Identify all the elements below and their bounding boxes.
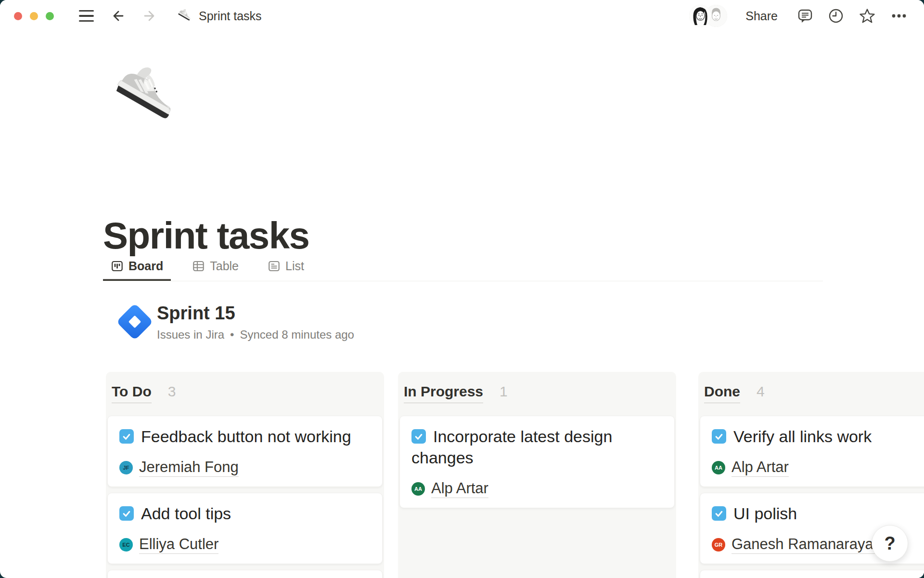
more-options-icon[interactable]: [890, 7, 908, 25]
assignee-name[interactable]: Alp Artar: [431, 480, 488, 498]
page-title[interactable]: Sprint tasks: [103, 214, 309, 258]
jira-logo-icon: [113, 300, 157, 344]
updates-clock-icon[interactable]: [828, 8, 844, 24]
column-header: To Do 3: [106, 372, 384, 403]
assignee-name[interactable]: Alp Artar: [732, 459, 789, 477]
assignee-avatar: EC: [119, 538, 133, 552]
linked-database-header: Sprint 15 Issues in Jira • Synced 8 minu…: [113, 300, 354, 344]
task-card[interactable]: Incorporate latest design changes AA Alp…: [399, 416, 675, 508]
task-checkbox[interactable]: [712, 506, 726, 521]
tab-board[interactable]: Board: [103, 259, 171, 281]
board-view-icon: [111, 260, 124, 273]
column-name[interactable]: To Do: [112, 383, 152, 403]
task-card-partial[interactable]: [107, 570, 383, 578]
assignee-avatar: AA: [712, 461, 725, 474]
sneaker-page-icon: [176, 7, 193, 25]
view-tabs: Board Table List: [103, 259, 823, 281]
favorite-star-icon[interactable]: [859, 7, 876, 25]
task-checkbox[interactable]: [411, 429, 426, 444]
collaborator-avatars[interactable]: [689, 5, 727, 27]
app-window: Sprint tasks: [0, 0, 924, 578]
comments-icon[interactable]: [797, 8, 813, 24]
sidebar-menu-icon[interactable]: [79, 10, 94, 22]
linked-database-title[interactable]: Sprint 15: [157, 302, 354, 324]
task-title: Incorporate latest design changes: [411, 427, 612, 467]
task-card-partial[interactable]: [700, 570, 924, 578]
breadcrumb-page-title[interactable]: Sprint tasks: [199, 9, 262, 23]
board-column-todo: To Do 3 Feedback button not working JF J…: [106, 372, 384, 578]
tab-board-label: Board: [128, 259, 163, 273]
task-checkbox[interactable]: [119, 506, 134, 521]
assignee-name[interactable]: Elliya Cutler: [139, 536, 218, 554]
tab-table[interactable]: Table: [184, 259, 246, 281]
column-name[interactable]: Done: [704, 383, 740, 403]
task-title: UI polish: [733, 504, 797, 523]
forward-arrow-icon[interactable]: [142, 8, 157, 24]
assignee-avatar: GR: [712, 538, 725, 552]
column-count: 1: [500, 383, 508, 400]
tab-list-label: List: [285, 259, 304, 273]
assignee-row: AA Alp Artar: [712, 459, 924, 477]
task-title: Verify all links work: [733, 427, 872, 446]
close-window-button[interactable]: [14, 12, 22, 20]
page-emoji-sneaker-icon[interactable]: [105, 59, 183, 142]
assignee-avatar: AA: [411, 482, 425, 496]
collaborator-avatar-1[interactable]: [689, 5, 711, 27]
minimize-window-button[interactable]: [30, 12, 38, 20]
task-card[interactable]: Verify all links work AA Alp Artar: [700, 416, 924, 487]
assignee-row: AA Alp Artar: [411, 480, 663, 498]
table-view-icon: [192, 260, 205, 273]
task-card[interactable]: Feedback button not working JF Jeremiah …: [107, 416, 383, 487]
column-count: 3: [168, 383, 176, 400]
linked-database-subtitle: Issues in Jira • Synced 8 minutes ago: [157, 328, 354, 342]
assignee-name[interactable]: Jeremiah Fong: [139, 459, 239, 477]
tab-table-label: Table: [210, 259, 239, 273]
task-title: Add tool tips: [141, 504, 231, 523]
task-card[interactable]: Add tool tips EC Elliya Cutler: [107, 493, 383, 564]
sync-status: Synced 8 minutes ago: [240, 328, 354, 342]
board-column-in-progress: In Progress 1 Incorporate latest design …: [398, 372, 676, 578]
column-count: 4: [757, 383, 765, 400]
assignee-avatar: JF: [119, 461, 133, 474]
column-name[interactable]: In Progress: [404, 383, 483, 403]
assignee-row: JF Jeremiah Fong: [119, 459, 371, 477]
column-header: Done 4: [698, 372, 924, 403]
list-view-icon: [268, 260, 281, 273]
back-arrow-icon[interactable]: [110, 8, 126, 24]
task-checkbox[interactable]: [712, 429, 726, 444]
tab-list[interactable]: List: [260, 259, 312, 281]
assignee-row: EC Elliya Cutler: [119, 536, 371, 554]
task-checkbox[interactable]: [119, 429, 134, 444]
subtitle-dot: •: [230, 328, 234, 342]
window-topbar: Sprint tasks: [0, 0, 924, 32]
task-title: Feedback button not working: [141, 427, 351, 446]
traffic-lights: [0, 12, 54, 20]
share-button[interactable]: Share: [745, 9, 778, 23]
zoom-window-button[interactable]: [46, 12, 54, 20]
linked-source: Issues in Jira: [157, 328, 224, 342]
column-header: In Progress 1: [398, 372, 676, 403]
help-button[interactable]: ?: [872, 525, 908, 562]
